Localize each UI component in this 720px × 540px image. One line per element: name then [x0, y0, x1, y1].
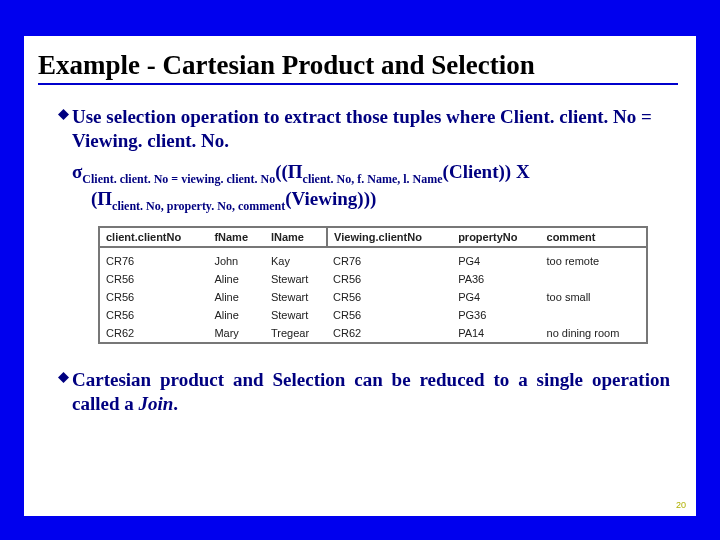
th-2: lName	[265, 227, 327, 247]
table-row: CR56AlineStewartCR56PA36	[99, 270, 647, 288]
table-row: CR56AlineStewartCR56PG36	[99, 306, 647, 324]
diamond-bullet-icon	[58, 109, 72, 120]
svg-marker-0	[58, 109, 69, 120]
content-area: Use selection operation to extract those…	[24, 85, 696, 416]
th-3: Viewing.clientNo	[327, 227, 452, 247]
bullet-2-text-c: .	[173, 393, 178, 414]
svg-marker-1	[58, 372, 69, 383]
th-5: comment	[541, 227, 647, 247]
slide-body: Example - Cartesian Product and Selectio…	[24, 36, 696, 516]
algebra-expression: σClient. client. No = viewing. client. N…	[72, 159, 670, 215]
table-row: CR76JohnKayCR76PG4too remote	[99, 252, 647, 270]
diamond-bullet-icon	[58, 372, 72, 383]
result-table: client.clientNo fName lName Viewing.clie…	[98, 226, 648, 344]
cross-symbol: X	[511, 161, 529, 182]
pi-subscript-2: client. No, property. No, comment	[112, 199, 285, 213]
table-body: CR76JohnKayCR76PG4too remote CR56AlineSt…	[99, 247, 647, 343]
page-number: 20	[676, 500, 686, 510]
th-0: client.clientNo	[99, 227, 208, 247]
pi-symbol-1: Π	[288, 161, 303, 182]
sigma-symbol: σ	[72, 161, 82, 182]
table-row: CR56AlineStewartCR56PG4too small	[99, 288, 647, 306]
sigma-subscript: Client. client. No = viewing. client. No	[82, 171, 275, 185]
th-1: fName	[208, 227, 265, 247]
table-header: client.clientNo fName lName Viewing.clie…	[99, 227, 647, 247]
result-table-container: client.clientNo fName lName Viewing.clie…	[98, 226, 648, 344]
pi-subscript-1: client. No, f. Name, l. Name	[303, 171, 443, 185]
bullet-2-text: Cartesian product and Selection can be r…	[72, 368, 670, 416]
bullet-1-text: Use selection operation to extract those…	[72, 105, 670, 153]
th-4: propertyNo	[452, 227, 540, 247]
slide-title: Example - Cartesian Product and Selectio…	[38, 50, 696, 81]
join-term: Join	[139, 393, 174, 414]
table-row: CR62MaryTregearCR62PA14no dining room	[99, 324, 647, 343]
bullet-2: Cartesian product and Selection can be r…	[58, 368, 670, 416]
pi-symbol-2: Π	[97, 188, 112, 209]
paren-open-1: ((	[275, 161, 288, 182]
relation-2: (Viewing)))	[285, 188, 376, 209]
bullet-1: Use selection operation to extract those…	[58, 105, 670, 153]
relation-1: (Client))	[443, 161, 512, 182]
